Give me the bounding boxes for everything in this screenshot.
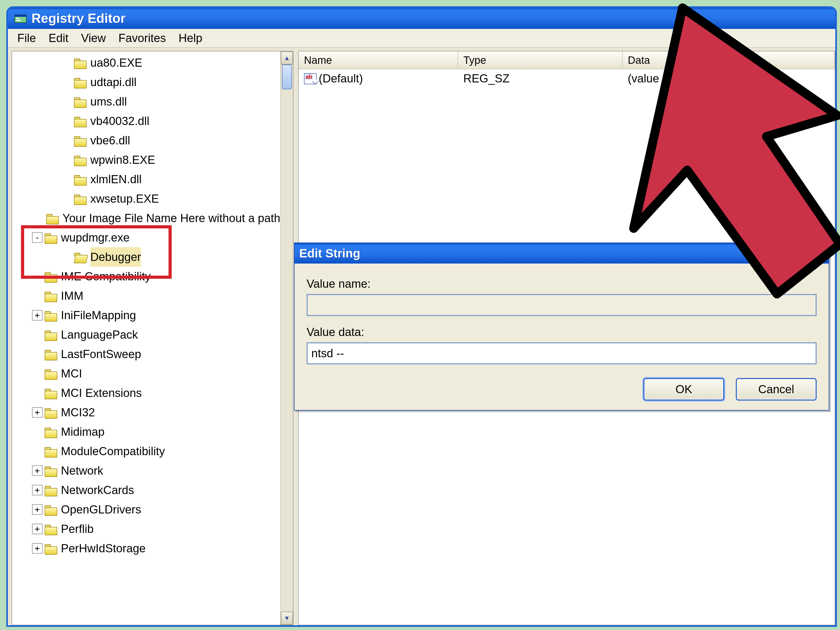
folder-icon: [45, 388, 57, 398]
tree-item[interactable]: +IniFileMapping: [12, 306, 280, 325]
menubar: File Edit View Favorites Help: [8, 29, 835, 48]
menu-view[interactable]: View: [79, 31, 107, 45]
tree-item-label: MCI: [61, 364, 82, 383]
column-type[interactable]: Type: [458, 51, 622, 69]
tree-item-label: MCI Extensions: [61, 383, 142, 403]
tree-pane: ua80.EXEudtapi.dllums.dllvb40032.dllvbe6…: [11, 51, 294, 625]
help-button[interactable]: ?: [788, 246, 804, 261]
menu-help[interactable]: Help: [177, 31, 204, 45]
svg-rect-2: [16, 18, 19, 19]
value-name-input[interactable]: [306, 294, 816, 316]
value-name-cell: (Default): [319, 72, 363, 85]
expand-icon[interactable]: +: [32, 504, 43, 515]
tree-item[interactable]: vbe6.dll: [12, 131, 280, 150]
collapse-icon[interactable]: -: [32, 232, 43, 243]
tree-item[interactable]: ua80.EXE: [12, 53, 280, 73]
tree-item-label: vb40032.dll: [90, 111, 149, 131]
tree-item[interactable]: +MCI32: [12, 403, 280, 422]
folder-icon: [45, 466, 57, 476]
folder-icon: [74, 57, 87, 68]
expand-icon[interactable]: +: [32, 485, 43, 495]
tree-item[interactable]: vb40032.dll: [12, 111, 280, 131]
folder-icon: [45, 232, 57, 243]
tree-item-label: udtapi.dll: [90, 73, 136, 92]
scroll-thumb[interactable]: [282, 65, 292, 89]
tree-item-label: xwsetup.EXE: [90, 189, 159, 208]
tree-item[interactable]: udtapi.dll: [12, 73, 280, 92]
tree-item[interactable]: IME Compatibility: [12, 267, 280, 286]
folder-icon: [74, 77, 87, 87]
close-button[interactable]: ✕: [808, 246, 824, 261]
folder-icon: [45, 426, 57, 437]
tree-item[interactable]: +NetworkCards: [12, 480, 280, 500]
dialog-titlebar[interactable]: Edit String ? ✕: [295, 243, 829, 264]
tree-item-label: PerHwIdStorage: [61, 538, 146, 558]
tree-item[interactable]: Debugger: [12, 247, 280, 267]
tree-item[interactable]: IMM: [12, 286, 280, 306]
value-data-label: Value data:: [306, 325, 816, 339]
svg-rect-3: [16, 20, 21, 21]
tree-item[interactable]: +Perflib: [12, 519, 280, 538]
tree-item[interactable]: ums.dll: [12, 92, 280, 111]
tree-item[interactable]: xlmlEN.dll: [12, 170, 280, 189]
tree-item-label: ModuleCompatibility: [61, 442, 165, 461]
tree-item-label: IniFileMapping: [61, 306, 136, 325]
tree-item[interactable]: Your Image File Name Here without a path: [12, 208, 280, 228]
expand-icon[interactable]: +: [32, 543, 43, 554]
tree-item[interactable]: +Network: [12, 461, 280, 480]
value-row[interactable]: (Default)REG_SZ(value not set): [299, 69, 835, 88]
values-header: Name Type Data: [299, 51, 835, 69]
folder-icon: [45, 524, 57, 534]
menu-file[interactable]: File: [16, 31, 38, 45]
folder-icon: [74, 155, 87, 165]
scroll-up-button[interactable]: ▲: [281, 51, 293, 65]
value-data-cell: (value not set): [622, 72, 835, 85]
titlebar: Registry Editor: [8, 8, 835, 29]
tree-item-label: vbe6.dll: [90, 131, 130, 150]
menu-edit[interactable]: Edit: [47, 31, 70, 45]
tree-item[interactable]: LanguagePack: [12, 325, 280, 344]
tree-item[interactable]: Midimap: [12, 422, 280, 442]
tree-item[interactable]: +PerHwIdStorage: [12, 538, 280, 558]
cancel-button[interactable]: Cancel: [736, 378, 816, 401]
tree-item-label: Your Image File Name Here without a path: [63, 208, 280, 228]
menu-favorites[interactable]: Favorites: [117, 31, 167, 45]
svg-rect-1: [15, 15, 26, 17]
ok-button[interactable]: OK: [643, 378, 724, 401]
value-data-input[interactable]: [306, 342, 816, 364]
value-type-cell: REG_SZ: [458, 72, 622, 85]
registry-tree[interactable]: ua80.EXEudtapi.dllums.dllvb40032.dllvbe6…: [12, 51, 280, 625]
tree-item[interactable]: -wupdmgr.exe: [12, 228, 280, 247]
window-title: Registry Editor: [32, 11, 125, 26]
tree-item[interactable]: MCI: [12, 364, 280, 383]
folder-icon: [45, 485, 57, 495]
tree-item[interactable]: ModuleCompatibility: [12, 442, 280, 461]
folder-icon: [74, 96, 87, 107]
tree-item[interactable]: LastFontSweep: [12, 344, 280, 364]
folder-icon: [46, 213, 59, 223]
expand-icon[interactable]: +: [32, 466, 43, 476]
scroll-track[interactable]: [281, 65, 293, 612]
tree-item-label: MCI32: [61, 403, 95, 422]
folder-icon: [45, 504, 57, 515]
folder-icon: [74, 193, 87, 204]
scroll-down-button[interactable]: ▼: [281, 612, 293, 625]
folder-icon: [45, 407, 57, 418]
tree-item-label: Network: [61, 461, 103, 480]
tree-item-label: IMM: [61, 286, 84, 306]
column-name[interactable]: Name: [299, 51, 458, 69]
column-data[interactable]: Data: [623, 51, 835, 69]
tree-scrollbar[interactable]: ▲ ▼: [280, 51, 293, 625]
tree-item-label: ua80.EXE: [90, 53, 142, 73]
tree-item-label: Debugger: [90, 247, 141, 267]
tree-item-label: LanguagePack: [61, 325, 138, 344]
expand-icon[interactable]: +: [32, 407, 43, 418]
tree-item[interactable]: wpwin8.EXE: [12, 150, 280, 170]
expand-icon[interactable]: +: [32, 310, 43, 321]
tree-item-label: IME Compatibility: [61, 267, 151, 286]
expand-icon[interactable]: +: [32, 524, 43, 534]
tree-item[interactable]: xwsetup.EXE: [12, 189, 280, 208]
tree-item[interactable]: +OpenGLDrivers: [12, 500, 280, 519]
tree-item[interactable]: MCI Extensions: [12, 383, 280, 403]
tree-item-label: OpenGLDrivers: [61, 500, 141, 519]
